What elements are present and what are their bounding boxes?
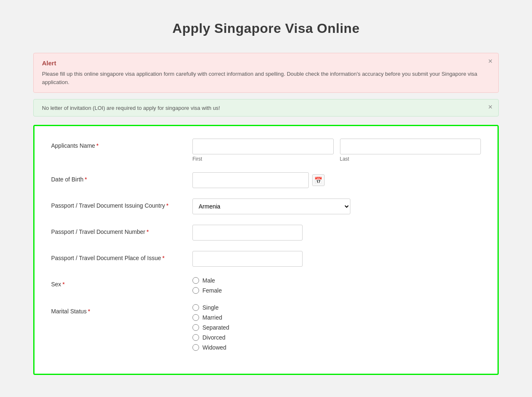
dob-input[interactable] [192,172,309,188]
sex-label: Sex* [51,277,192,289]
marital-married-item[interactable]: Married [192,314,229,321]
passport-country-row: Passport / Travel Document Issuing Count… [51,198,481,214]
dob-label: Date of Birth* [51,172,192,184]
marital-single-item[interactable]: Single [192,304,229,311]
applicants-name-row: Applicants Name* First Last [51,139,481,162]
last-name-input[interactable] [340,139,481,154]
marital-label: Marital Status* [51,304,192,316]
passport-place-input[interactable] [192,251,303,267]
passport-country-field: ArmeniaAfghanistanAlbaniaAlgeriaAndorraA… [192,198,481,214]
passport-number-row: Passport / Travel Document Number* [51,225,481,241]
success-box: No letter of invitation (LOI) are requir… [33,99,499,117]
sex-male-label: Male [202,277,215,284]
sex-male-radio[interactable] [192,277,199,284]
marital-separated-item[interactable]: Separated [192,324,229,331]
calendar-icon[interactable]: 📅 [312,174,325,186]
marital-widowed-label: Widowed [202,344,227,351]
alert-close-button[interactable]: × [488,57,493,65]
marital-separated-label: Separated [202,324,229,331]
last-name-sublabel: Last [340,156,481,162]
first-name-field-wrap: First [192,139,334,162]
alert-box: Alert Please fill up this online singapo… [33,53,499,93]
marital-row: Marital Status* Single Married Separated [51,304,481,351]
applicants-name-label: Applicants Name* [51,139,192,150]
passport-number-input[interactable] [192,225,303,241]
marital-divorced-item[interactable]: Divorced [192,334,229,341]
marital-widowed-item[interactable]: Widowed [192,344,229,351]
sex-female-item[interactable]: Female [192,287,222,294]
marital-separated-radio[interactable] [192,324,199,331]
success-text: No letter of invitation (LOI) are requir… [42,105,220,111]
dob-row: Date of Birth* 📅 [51,172,481,188]
marital-widowed-radio[interactable] [192,344,199,351]
application-form: Applicants Name* First Last Date of Birt… [33,125,499,375]
marital-married-radio[interactable] [192,314,199,321]
marital-single-label: Single [202,304,219,311]
alert-title: Alert [42,60,482,67]
marital-divorced-radio[interactable] [192,334,199,341]
first-name-sublabel: First [192,156,334,162]
marital-divorced-label: Divorced [202,334,225,341]
sex-male-item[interactable]: Male [192,277,222,284]
last-name-field-wrap: Last [340,139,481,162]
marital-single-radio[interactable] [192,304,199,311]
alert-text: Please fill up this online singapore vis… [42,70,482,86]
success-close-button[interactable]: × [488,103,493,112]
sex-radio-group: Male Female [192,277,222,294]
passport-country-label: Passport / Travel Document Issuing Count… [51,198,192,210]
sex-row: Sex* Male Female [51,277,481,294]
dob-field-wrap: 📅 [192,172,325,188]
passport-place-row: Passport / Travel Document Place of Issu… [51,251,481,267]
marital-radio-group: Single Married Separated Divorced Widowe… [192,304,229,351]
sex-female-radio[interactable] [192,287,199,294]
sex-female-label: Female [202,287,222,294]
first-name-input[interactable] [192,139,334,154]
passport-number-label: Passport / Travel Document Number* [51,225,192,236]
passport-country-select[interactable]: ArmeniaAfghanistanAlbaniaAlgeriaAndorraA… [192,198,350,214]
marital-married-label: Married [202,314,222,321]
page-title: Apply Singapore Visa Online [8,21,524,36]
passport-place-label: Passport / Travel Document Place of Issu… [51,251,192,263]
